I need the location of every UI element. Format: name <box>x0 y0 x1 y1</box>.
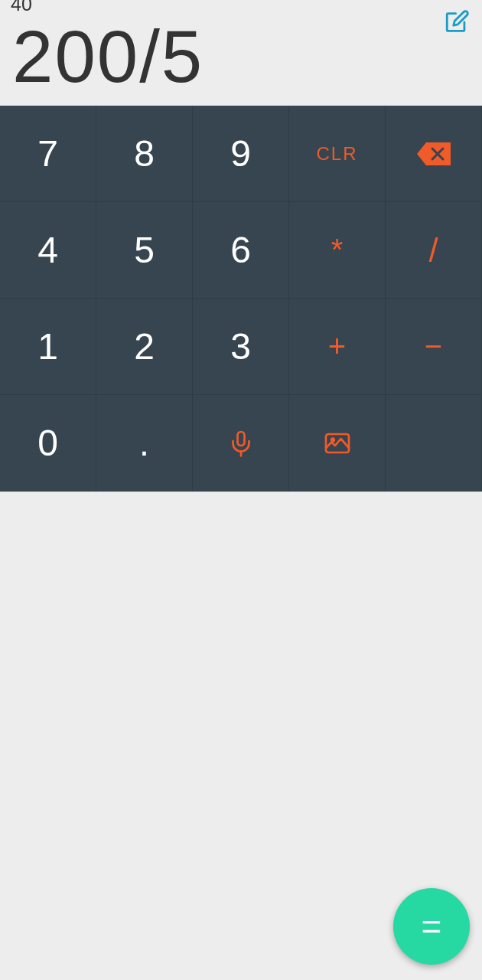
key-0[interactable]: 0 <box>0 395 96 492</box>
equals-button[interactable]: = <box>393 888 470 965</box>
key-voice[interactable] <box>193 395 289 492</box>
key-1[interactable]: 1 <box>0 299 96 395</box>
equals-icon: = <box>422 906 442 947</box>
key-2[interactable]: 2 <box>96 299 193 395</box>
key-dot[interactable]: . <box>96 395 193 492</box>
key-clear[interactable]: CLR <box>289 106 386 202</box>
key-7[interactable]: 7 <box>0 106 96 202</box>
mic-icon <box>227 430 255 457</box>
edit-icon[interactable] <box>442 8 471 37</box>
key-divide[interactable]: / <box>386 202 482 299</box>
key-3[interactable]: 3 <box>193 299 289 395</box>
key-plus[interactable]: + <box>289 299 386 395</box>
key-4[interactable]: 4 <box>0 202 96 299</box>
key-multiply[interactable]: * <box>289 202 386 299</box>
key-6[interactable]: 6 <box>193 202 289 299</box>
display-area: 200/5 40 <box>0 0 482 106</box>
backspace-icon <box>417 142 451 165</box>
keypad: 7 8 9 CLR 4 5 6 * / 1 2 3 + − 0 . <box>0 106 482 492</box>
key-9[interactable]: 9 <box>193 106 289 202</box>
key-empty-under-fab <box>386 395 482 492</box>
svg-rect-0 <box>237 432 244 446</box>
expression-display: 200/5 <box>12 20 470 93</box>
key-minus[interactable]: − <box>386 299 482 395</box>
key-backspace[interactable] <box>386 106 482 202</box>
result-display: 40 <box>11 0 32 15</box>
svg-point-3 <box>331 438 334 441</box>
key-5[interactable]: 5 <box>96 202 193 299</box>
image-icon <box>324 430 351 457</box>
key-8[interactable]: 8 <box>96 106 193 202</box>
key-image[interactable] <box>289 395 386 492</box>
